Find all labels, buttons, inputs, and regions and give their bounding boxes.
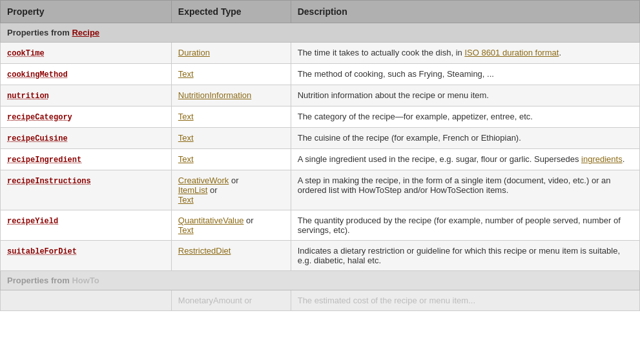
table-row: recipeYield QuantitativeValue or Text Th…	[1, 210, 640, 241]
prop-recipecuisine: recipeCuisine	[7, 134, 68, 143]
desc-cookingmethod: The method of cooking, such as Frying, S…	[291, 64, 639, 85]
table-row: recipeCuisine Text The cuisine of the re…	[1, 128, 640, 149]
prop-recipeyield: recipeYield	[7, 217, 58, 226]
type-text-recipecuisine[interactable]: Text	[178, 133, 194, 143]
table-row: cookTime Duration The time it takes to a…	[1, 43, 640, 64]
howto-link-text: HowTo	[72, 276, 99, 285]
table-row: cookingMethod Text The method of cooking…	[1, 64, 640, 85]
type-text-cookingmethod[interactable]: Text	[178, 69, 194, 79]
desc-recipeingredient: A single ingredient used in the recipe, …	[291, 149, 639, 170]
desc-recipeinstructions: A step in making the recipe, in the form…	[291, 170, 639, 210]
type-text-recipecategory[interactable]: Text	[178, 112, 194, 121]
type-duration[interactable]: Duration	[178, 48, 210, 57]
prop-recipeingredient: recipeIngredient	[7, 156, 81, 165]
desc-recipeyield: The quantity produced by the recipe (for…	[291, 210, 639, 241]
section-label: Properties from	[7, 28, 72, 37]
table-row: nutrition NutritionInformation Nutrition…	[1, 85, 640, 106]
prop-nutrition: nutrition	[7, 92, 49, 101]
table-row: recipeCategory Text The category of the …	[1, 106, 640, 128]
desc-nutrition: Nutrition information about the recipe o…	[291, 85, 639, 106]
table-row: recipeIngredient Text A single ingredien…	[1, 149, 640, 170]
type-creativework[interactable]: CreativeWork	[178, 176, 229, 185]
table-row-faded: MonetaryAmount or The estimated cost of …	[1, 290, 640, 311]
recipe-link[interactable]: Recipe	[72, 28, 99, 37]
desc-cooktime: The time it takes to actually cook the d…	[291, 43, 639, 64]
prop-suitablefordiet: suitableForDiet	[7, 247, 77, 256]
desc-suitablefordiet: Indicates a dietary restriction or guide…	[291, 241, 639, 271]
desc-recipecuisine: The cuisine of the recipe (for example, …	[291, 128, 639, 149]
type-nutritioninfo[interactable]: NutritionInformation	[178, 90, 251, 100]
type-quantitativevalue[interactable]: QuantitativeValue	[178, 216, 244, 225]
type-text-recipeyield[interactable]: Text	[178, 225, 194, 235]
section-howto-label: Properties from	[7, 276, 72, 285]
prop-recipeinstructions: recipeInstructions	[7, 177, 91, 186]
header-property: Property	[1, 1, 172, 23]
type-restricteddiet[interactable]: RestrictedDiet	[178, 246, 231, 256]
iso8601-link[interactable]: ISO 8601 duration format	[464, 48, 559, 57]
ingredients-link[interactable]: ingredients	[581, 154, 623, 164]
prop-recipecategory: recipeCategory	[7, 113, 72, 122]
prop-cookingmethod: cookingMethod	[7, 70, 68, 79]
type-itemlist[interactable]: ItemList	[178, 185, 208, 195]
desc-recipecategory: The category of the recipe—for example, …	[291, 106, 639, 128]
section-recipe-header: Properties from Recipe	[1, 23, 640, 43]
prop-cooktime: cookTime	[7, 49, 45, 58]
header-description: Description	[291, 1, 639, 23]
faded-desc: The estimated cost of the recipe or menu…	[291, 290, 639, 311]
section-howto-header: Properties from HowTo	[1, 271, 640, 290]
table-row: suitableForDiet RestrictedDiet Indicates…	[1, 241, 640, 271]
type-text-recipeingredient[interactable]: Text	[178, 154, 194, 164]
table-row: recipeInstructions CreativeWork or ItemL…	[1, 170, 640, 210]
type-text-recipeinstructions[interactable]: Text	[178, 195, 194, 205]
faded-type: MonetaryAmount or	[171, 290, 291, 311]
header-expected-type: Expected Type	[171, 1, 291, 23]
